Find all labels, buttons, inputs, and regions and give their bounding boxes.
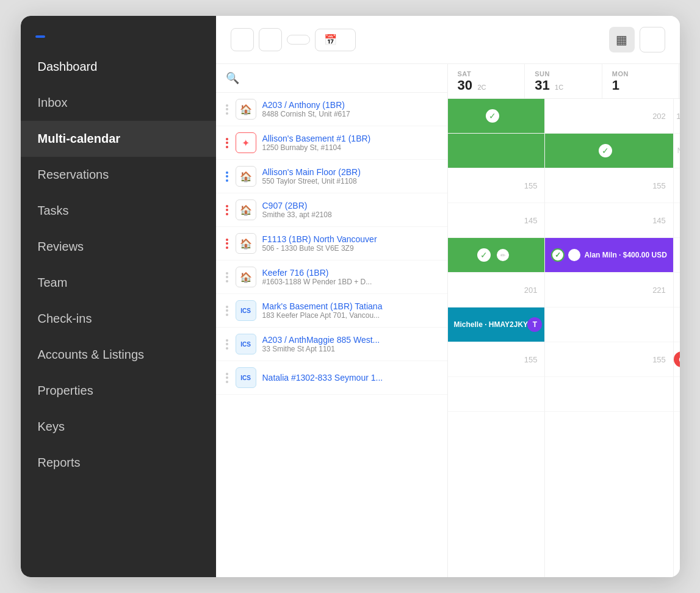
day-label: SUN (535, 70, 592, 77)
sidebar-item-keys[interactable]: Keys (21, 409, 216, 445)
property-details: A203 / Anthony (1BR)8488 Cornish St, Uni… (262, 100, 439, 118)
t-circle: T (527, 317, 542, 332)
property-row[interactable]: ICSA203 / AnthMaggie 885 West...33 Smith… (216, 328, 447, 361)
calendar-cell: ✓ (448, 99, 545, 134)
sidebar-item-reviews[interactable]: Reviews (21, 229, 216, 265)
calendar-body: ✓155145✓✏201Michelle · HMAY2JKYKAT155202… (448, 99, 680, 577)
sidebar-item-inbox[interactable]: Inbox (21, 85, 216, 121)
property-name[interactable]: Mark's Basement (1BR) Tatiana (262, 301, 439, 311)
calendar-cell (674, 273, 680, 307)
calendar-cell (674, 203, 680, 238)
main-content: 📅 ▦ 🔍 🏠A203 / Anthony (1BR)8488 C (216, 16, 680, 577)
calendar-cell: N/A (674, 134, 680, 168)
calendar-cell (448, 134, 545, 168)
calendar-cell: 155 (545, 168, 673, 203)
property-address: 1250 Burnaby St, #1104 (262, 143, 439, 152)
property-row[interactable]: 🏠C907 (2BR)Smithe 33, apt #2108 (216, 193, 447, 227)
property-address: 183 Keefer Place Apt 701, Vancou... (262, 311, 439, 320)
pencil-icon: ✏ (497, 249, 509, 261)
prev-button[interactable] (231, 28, 254, 51)
sidebar-item-multi-calendar[interactable]: Multi-calendar (21, 121, 216, 157)
calendar-cell: ✓ (545, 134, 673, 168)
sidebar-item-tasks[interactable]: Tasks (21, 193, 216, 229)
property-icon: 🏠 (236, 166, 256, 187)
day-count: 2C (477, 84, 486, 91)
calendar-cell: 167 (674, 99, 680, 134)
dots-menu[interactable] (225, 372, 229, 384)
calendar-grid: SAT 30 2CSUN 31 1CMON 1 ✓155145✓✏201Mich… (448, 64, 680, 577)
property-icon: ICS (236, 300, 256, 321)
property-name[interactable]: Natalia #1302-833 Seymour 1... (262, 373, 439, 383)
property-row[interactable]: ✦Allison's Basement #1 (1BR)1250 Burnaby… (216, 126, 447, 160)
property-address: 8488 Cornish St, Unit #617 (262, 110, 439, 118)
dots-menu[interactable] (225, 170, 229, 183)
sidebar-item-properties[interactable]: Properties (21, 373, 216, 409)
property-icon: ICS (236, 334, 256, 354)
dots-menu[interactable] (225, 103, 229, 116)
property-name[interactable]: Allison's Basement #1 (1BR) (262, 134, 439, 143)
sidebar-item-team[interactable]: Team (21, 265, 216, 301)
property-name[interactable]: Allison's Main Floor (2BR) (262, 167, 439, 177)
dots-menu[interactable] (225, 237, 229, 250)
today-button[interactable] (287, 35, 310, 45)
calendar-cell: 221 (545, 273, 673, 307)
toolbar: 📅 ▦ (216, 16, 680, 64)
property-name[interactable]: Keefer 716 (1BR) (262, 268, 439, 278)
property-name[interactable]: C907 (2BR) (262, 201, 439, 210)
date-selector[interactable]: 📅 (315, 29, 356, 51)
calendar-header: SAT 30 2CSUN 31 1CMON 1 (448, 64, 680, 99)
search-icon: 🔍 (226, 71, 239, 85)
check-icon: ✓ (551, 248, 565, 262)
collapse-button[interactable] (192, 33, 201, 38)
property-icon: 🏠 (236, 267, 256, 287)
cal-day-header-sat: SAT 30 2C (448, 64, 525, 98)
property-name[interactable]: A203 / Anthony (1BR) (262, 100, 439, 110)
cal-day-header-mon: MON 1 (602, 64, 680, 98)
property-name[interactable]: F1113 (1BR) North Vancouver (262, 234, 439, 244)
property-icon: 🏠 (236, 233, 256, 254)
dots-menu[interactable] (225, 304, 229, 317)
calendar-cell: Michelle · HMAY2JKYKAT (448, 307, 545, 342)
property-row[interactable]: 🏠F1113 (1BR) North Vancouver506 - 1330 B… (216, 227, 447, 261)
property-icon: ✦ (236, 132, 256, 153)
calendar-column: 167N/AC (674, 99, 680, 577)
pencil-icon: ✏ (568, 249, 580, 261)
property-name[interactable]: A203 / AnthMaggie 885 West... (262, 335, 439, 345)
calendar-cell (674, 307, 680, 342)
calendar-cell (674, 377, 680, 412)
calendar-cell (545, 377, 673, 412)
calendar-cell: 155 (448, 168, 545, 203)
property-icon: 🏠 (236, 199, 256, 220)
day-label: MON (612, 70, 669, 77)
property-details: Natalia #1302-833 Seymour 1... (262, 373, 439, 383)
sidebar-item-reports[interactable]: Reports (21, 445, 216, 481)
pro-badge (35, 35, 45, 38)
search-input[interactable] (245, 73, 438, 83)
property-address: 506 - 1330 Bute St V6E 3Z9 (262, 244, 439, 253)
property-row[interactable]: ICSNatalia #1302-833 Seymour 1... (216, 361, 447, 395)
property-row[interactable]: ICSMark's Basement (1BR) Tatiana183 Keef… (216, 294, 447, 328)
sidebar-item-accounts-listings[interactable]: Accounts & Listings (21, 337, 216, 373)
property-address: 33 Smithe St Apt 1101 (262, 345, 439, 353)
dots-menu[interactable] (225, 338, 229, 351)
next-button[interactable] (259, 28, 282, 51)
sidebar-item-check-ins[interactable]: Check-ins (21, 301, 216, 337)
dots-menu[interactable] (225, 271, 229, 284)
property-row[interactable]: 🏠Allison's Main Floor (2BR)550 Taylor St… (216, 160, 447, 193)
property-row[interactable]: 🏠Keefer 716 (1BR)#1603-1188 W Pender 1BD… (216, 261, 447, 294)
reservation-bar[interactable]: ✓✏Alan Miln · $400.00 USD (545, 238, 673, 272)
property-list: 🔍 🏠A203 / Anthony (1BR)8488 Cornish St, … (216, 64, 448, 577)
cal-day-header-sun: SUN 31 1C (525, 64, 602, 98)
calendar-column: 202✓155145✓✏Alan Miln · $400.00 USD22115… (545, 99, 673, 577)
pricing-button[interactable] (640, 27, 665, 52)
property-row[interactable]: 🏠A203 / Anthony (1BR)8488 Cornish St, Un… (216, 93, 447, 126)
dots-menu[interactable] (225, 137, 229, 149)
property-details: Mark's Basement (1BR) Tatiana183 Keefer … (262, 301, 439, 320)
grid-view-button[interactable]: ▦ (609, 27, 635, 52)
sidebar-item-reservations[interactable]: Reservations (21, 157, 216, 193)
sidebar-item-dashboard[interactable]: Dashboard (21, 49, 216, 85)
calendar-cell (545, 307, 673, 342)
dots-menu[interactable] (225, 204, 229, 217)
property-details: C907 (2BR)Smithe 33, apt #2108 (262, 201, 439, 219)
reservation-bar[interactable]: Michelle · HMAY2JKYKAT (448, 307, 545, 342)
